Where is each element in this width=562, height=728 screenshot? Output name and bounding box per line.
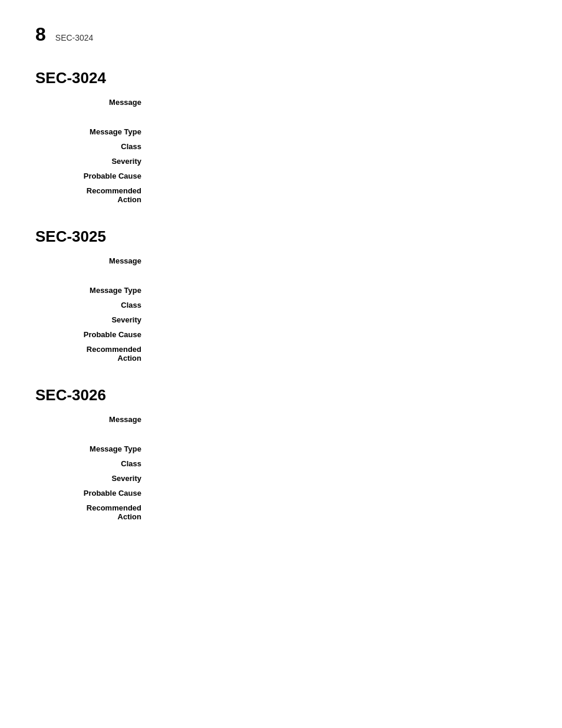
field-value bbox=[153, 142, 527, 151]
field-value bbox=[153, 301, 527, 309]
field-row-class: Class bbox=[35, 459, 527, 468]
field-label: Message Type bbox=[35, 127, 153, 136]
field-row-class: Class bbox=[35, 301, 527, 309]
field-label: Class bbox=[35, 459, 153, 468]
field-value bbox=[153, 444, 527, 453]
field-row-message: Message bbox=[35, 415, 527, 439]
section-title-sec-3026: SEC-3026 bbox=[35, 386, 527, 404]
field-label: RecommendedAction bbox=[35, 186, 153, 204]
page-subtitle: SEC-3024 bbox=[55, 33, 94, 42]
field-label: Class bbox=[35, 142, 153, 151]
field-row-class: Class bbox=[35, 142, 527, 151]
field-row-recommended-action: RecommendedAction bbox=[35, 186, 527, 204]
field-value bbox=[153, 474, 527, 483]
field-label: Message bbox=[35, 256, 153, 280]
section-sec-3024: SEC-3024MessageMessage TypeClassSeverity… bbox=[35, 69, 527, 204]
field-label: Severity bbox=[35, 315, 153, 324]
field-row-recommended-action: RecommendedAction bbox=[35, 345, 527, 363]
page-header: 8 SEC-3024 bbox=[35, 24, 527, 45]
field-label: Class bbox=[35, 301, 153, 309]
field-row-probable-cause: Probable Cause bbox=[35, 489, 527, 498]
page-number: 8 bbox=[35, 24, 46, 45]
field-value bbox=[153, 172, 527, 180]
field-label: Message Type bbox=[35, 286, 153, 295]
field-row-message-type: Message Type bbox=[35, 127, 527, 136]
field-row-message-type: Message Type bbox=[35, 444, 527, 453]
field-value bbox=[153, 459, 527, 468]
field-label: Probable Cause bbox=[35, 330, 153, 339]
field-label: RecommendedAction bbox=[35, 345, 153, 363]
field-label: Message Type bbox=[35, 444, 153, 453]
field-value bbox=[153, 489, 527, 498]
field-value bbox=[153, 315, 527, 324]
field-row-severity: Severity bbox=[35, 474, 527, 483]
field-value bbox=[153, 157, 527, 166]
field-label: Severity bbox=[35, 474, 153, 483]
field-row-probable-cause: Probable Cause bbox=[35, 330, 527, 339]
section-title-sec-3025: SEC-3025 bbox=[35, 228, 527, 246]
field-row-probable-cause: Probable Cause bbox=[35, 172, 527, 180]
field-row-message-type: Message Type bbox=[35, 286, 527, 295]
section-sec-3025: SEC-3025MessageMessage TypeClassSeverity… bbox=[35, 228, 527, 363]
field-value bbox=[153, 286, 527, 295]
field-value bbox=[153, 186, 527, 204]
field-value bbox=[153, 256, 527, 280]
field-label: Message bbox=[35, 415, 153, 439]
field-label: Severity bbox=[35, 157, 153, 166]
field-row-message: Message bbox=[35, 98, 527, 121]
field-value bbox=[153, 127, 527, 136]
section-title-sec-3024: SEC-3024 bbox=[35, 69, 527, 87]
field-value bbox=[153, 330, 527, 339]
field-label: Message bbox=[35, 98, 153, 121]
field-row-severity: Severity bbox=[35, 315, 527, 324]
section-sec-3026: SEC-3026MessageMessage TypeClassSeverity… bbox=[35, 386, 527, 521]
field-row-severity: Severity bbox=[35, 157, 527, 166]
field-label: RecommendedAction bbox=[35, 503, 153, 521]
field-label: Probable Cause bbox=[35, 489, 153, 498]
field-value bbox=[153, 503, 527, 521]
field-label: Probable Cause bbox=[35, 172, 153, 180]
field-value bbox=[153, 345, 527, 363]
field-row-message: Message bbox=[35, 256, 527, 280]
field-row-recommended-action: RecommendedAction bbox=[35, 503, 527, 521]
field-value bbox=[153, 98, 527, 121]
field-value bbox=[153, 415, 527, 439]
